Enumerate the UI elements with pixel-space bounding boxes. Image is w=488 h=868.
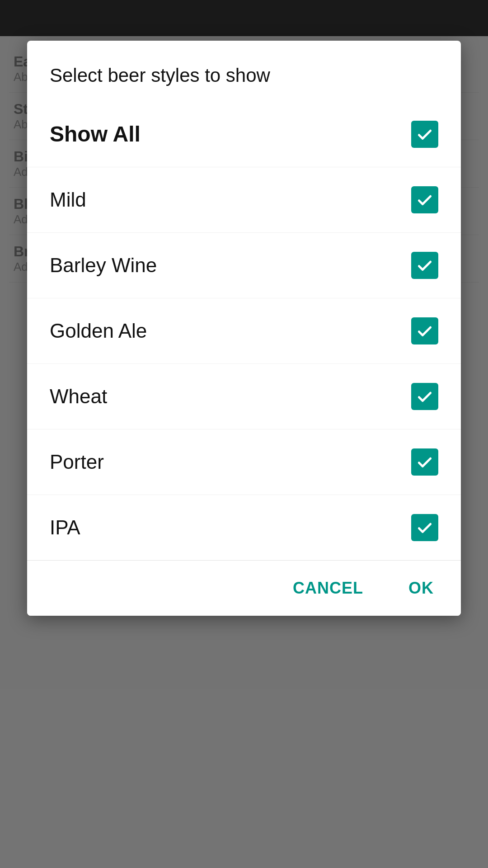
item-label-wheat: Wheat — [50, 385, 107, 408]
checkbox-porter[interactable] — [411, 448, 438, 476]
list-item-porter[interactable]: Porter — [27, 429, 461, 495]
cancel-button[interactable]: CANCEL — [284, 574, 372, 602]
checkbox-ipa[interactable] — [411, 514, 438, 541]
list-item-golden-ale[interactable]: Golden Ale — [27, 298, 461, 364]
beer-style-list: Show All Mild Barley Wine — [27, 102, 461, 560]
checkbox-show-all[interactable] — [411, 121, 438, 148]
dialog-actions: CANCEL OK — [27, 560, 461, 616]
list-item-ipa[interactable]: IPA — [27, 495, 461, 560]
item-label-golden-ale: Golden Ale — [50, 320, 147, 342]
item-label-porter: Porter — [50, 451, 104, 473]
item-label-mild: Mild — [50, 189, 86, 211]
checkbox-mild[interactable] — [411, 186, 438, 213]
checkmark-icon — [416, 257, 433, 274]
list-item-show-all[interactable]: Show All — [27, 102, 461, 167]
item-label-ipa: IPA — [50, 516, 80, 539]
item-label-show-all: Show All — [50, 122, 141, 146]
checkbox-golden-ale[interactable] — [411, 317, 438, 344]
list-item-wheat[interactable]: Wheat — [27, 364, 461, 429]
item-label-barley-wine: Barley Wine — [50, 254, 157, 277]
checkmark-icon — [416, 322, 433, 340]
dialog-title: Select beer styles to show — [27, 41, 461, 102]
checkmark-icon — [416, 453, 433, 471]
list-item-barley-wine[interactable]: Barley Wine — [27, 233, 461, 298]
checkmark-icon — [416, 519, 433, 536]
ok-button[interactable]: OK — [399, 574, 443, 602]
checkbox-wheat[interactable] — [411, 383, 438, 410]
checkmark-icon — [416, 388, 433, 405]
checkmark-icon — [416, 191, 433, 208]
beer-style-dialog: Select beer styles to show Show All Mild… — [27, 41, 461, 616]
list-item-mild[interactable]: Mild — [27, 167, 461, 233]
checkmark-icon — [416, 126, 433, 143]
checkbox-barley-wine[interactable] — [411, 252, 438, 279]
